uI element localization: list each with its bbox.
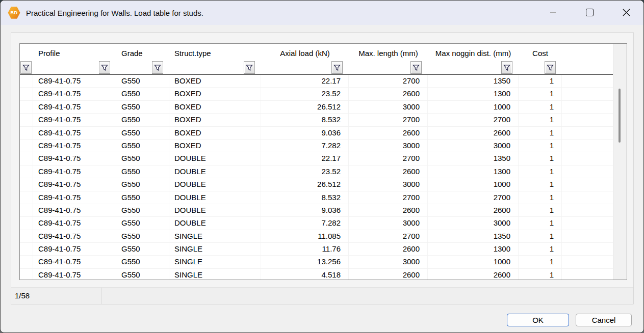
table-row[interactable]: C89-41-0.75G550SINGLE13.256300010001 (20, 256, 627, 268)
filter-cell-grade[interactable] (116, 59, 169, 74)
titlebar[interactable]: BD Practical Engineering for Walls. Load… (1, 1, 643, 25)
filter-button-axial-load-kn[interactable] (331, 61, 343, 74)
table-row[interactable]: C89-41-0.75G550SINGLE11.76260013001 (20, 243, 627, 256)
cell-axial-load-kn[interactable]: 7.282 (261, 140, 349, 152)
cancel-button[interactable]: Cancel (576, 314, 632, 326)
cell-max-length-mm[interactable]: 2700 (349, 191, 428, 204)
cell-max-noggin-dist-mm[interactable]: 3000 (428, 140, 519, 152)
filter-cell-max-noggin-dist-mm[interactable] (428, 59, 519, 74)
row-indicator-cell[interactable] (20, 217, 33, 229)
filter-button-max-noggin-dist-mm[interactable] (501, 61, 512, 74)
table-row[interactable]: C89-41-0.75G550BOXED26.512300010001 (20, 101, 627, 114)
cell-cost[interactable]: 1 (519, 230, 562, 242)
cell-max-noggin-dist-mm[interactable]: 1000 (428, 101, 519, 113)
cell-grade[interactable]: G550 (116, 88, 169, 100)
filter-button-profile[interactable] (99, 61, 110, 74)
cell-grade[interactable]: G550 (116, 191, 169, 204)
filter-button-row-indicator[interactable] (20, 61, 32, 74)
cell-grade[interactable]: G550 (116, 101, 169, 113)
column-header-profile[interactable]: Profile (33, 49, 116, 59)
cell-axial-load-kn[interactable]: 26.512 (261, 178, 349, 190)
cell-struct-type[interactable]: SINGLE (169, 256, 261, 268)
cell-axial-load-kn[interactable]: 13.256 (261, 256, 349, 268)
row-indicator-cell[interactable] (20, 256, 33, 268)
cell-cost[interactable]: 1 (519, 140, 562, 152)
cell-grade[interactable]: G550 (116, 140, 169, 152)
cell-struct-type[interactable]: SINGLE (169, 269, 261, 280)
cell-profile[interactable]: C89-41-0.75 (33, 230, 116, 242)
cell-profile[interactable]: C89-41-0.75 (33, 204, 116, 216)
cell-max-noggin-dist-mm[interactable]: 2600 (428, 269, 519, 280)
close-button[interactable] (614, 1, 638, 24)
cell-max-length-mm[interactable]: 2600 (349, 243, 428, 255)
row-indicator-cell[interactable] (20, 204, 33, 216)
row-indicator-cell[interactable] (20, 75, 33, 87)
cell-struct-type[interactable]: SINGLE (169, 230, 261, 242)
cell-profile[interactable]: C89-41-0.75 (33, 101, 116, 113)
cell-profile[interactable]: C89-41-0.75 (33, 152, 116, 164)
cell-max-noggin-dist-mm[interactable]: 2700 (428, 114, 519, 126)
cell-grade[interactable]: G550 (116, 165, 169, 178)
cell-cost[interactable]: 1 (519, 88, 562, 100)
cell-max-length-mm[interactable]: 3000 (349, 178, 428, 190)
cell-profile[interactable]: C89-41-0.75 (33, 140, 116, 152)
cell-struct-type[interactable]: DOUBLE (169, 152, 261, 164)
filter-button-max-length-mm[interactable] (410, 61, 422, 74)
cell-cost[interactable]: 1 (519, 191, 562, 204)
cell-cost[interactable]: 1 (519, 152, 562, 164)
cell-struct-type[interactable]: BOXED (169, 88, 261, 100)
cell-max-noggin-dist-mm[interactable]: 1000 (428, 256, 519, 268)
cell-max-noggin-dist-mm[interactable]: 3000 (428, 217, 519, 229)
cell-grade[interactable]: G550 (116, 75, 169, 87)
cell-profile[interactable]: C89-41-0.75 (33, 178, 116, 190)
vertical-scrollbar[interactable] (613, 44, 627, 280)
cell-max-length-mm[interactable]: 3000 (349, 256, 428, 268)
cell-axial-load-kn[interactable]: 22.17 (261, 75, 349, 87)
cell-grade[interactable]: G550 (116, 204, 169, 216)
cell-max-length-mm[interactable]: 2600 (349, 165, 428, 178)
cell-profile[interactable]: C89-41-0.75 (33, 256, 116, 268)
cell-grade[interactable]: G550 (116, 178, 169, 190)
table-row[interactable]: C89-41-0.75G550DOUBLE22.17270013501 (20, 152, 627, 165)
table-row[interactable]: C89-41-0.75G550DOUBLE8.532270027001 (20, 191, 627, 204)
cell-struct-type[interactable]: SINGLE (169, 243, 261, 255)
cell-axial-load-kn[interactable]: 22.17 (261, 152, 349, 164)
filter-button-cost[interactable] (545, 61, 556, 74)
cell-grade[interactable]: G550 (116, 217, 169, 229)
cell-grade[interactable]: G550 (116, 230, 169, 242)
cell-grade[interactable]: G550 (116, 269, 169, 280)
cell-struct-type[interactable]: DOUBLE (169, 165, 261, 178)
table-row[interactable]: C89-41-0.75G550DOUBLE26.512300010001 (20, 178, 627, 191)
cell-axial-load-kn[interactable]: 23.52 (261, 88, 349, 100)
cell-max-length-mm[interactable]: 2700 (349, 152, 428, 164)
cell-max-length-mm[interactable]: 3000 (349, 140, 428, 152)
column-header-struct-type[interactable]: Struct.type (169, 49, 261, 59)
row-indicator-cell[interactable] (20, 140, 33, 152)
cell-grade[interactable]: G550 (116, 152, 169, 164)
table-row[interactable]: C89-41-0.75G550DOUBLE23.52260013001 (20, 165, 627, 178)
row-indicator-cell[interactable] (20, 152, 33, 164)
cell-max-length-mm[interactable]: 2600 (349, 204, 428, 216)
cell-max-noggin-dist-mm[interactable]: 1000 (428, 178, 519, 190)
cell-struct-type[interactable]: DOUBLE (169, 217, 261, 229)
row-indicator-cell[interactable] (20, 101, 33, 113)
cell-profile[interactable]: C89-41-0.75 (33, 191, 116, 204)
cell-grade[interactable]: G550 (116, 127, 169, 139)
cell-grade[interactable]: G550 (116, 256, 169, 268)
cell-max-noggin-dist-mm[interactable]: 1300 (428, 165, 519, 178)
cell-cost[interactable]: 1 (519, 243, 562, 255)
table-row[interactable]: C89-41-0.75G550BOXED23.52260013001 (20, 88, 627, 100)
row-indicator-cell[interactable] (20, 269, 33, 280)
row-indicator-cell[interactable] (20, 243, 33, 255)
filter-cell-struct-type[interactable] (169, 59, 261, 74)
cell-axial-load-kn[interactable]: 11.76 (261, 243, 349, 255)
filter-cell-max-length-mm[interactable] (349, 59, 428, 74)
cell-axial-load-kn[interactable]: 8.532 (261, 114, 349, 126)
row-indicator-cell[interactable] (20, 165, 33, 178)
cell-axial-load-kn[interactable]: 9.036 (261, 127, 349, 139)
filter-button-grade[interactable] (152, 61, 163, 74)
cell-max-noggin-dist-mm[interactable]: 2600 (428, 127, 519, 139)
maximize-button[interactable] (578, 1, 601, 24)
column-header-max-length-mm[interactable]: Max. length (mm) (349, 49, 428, 59)
row-indicator-cell[interactable] (20, 127, 33, 139)
